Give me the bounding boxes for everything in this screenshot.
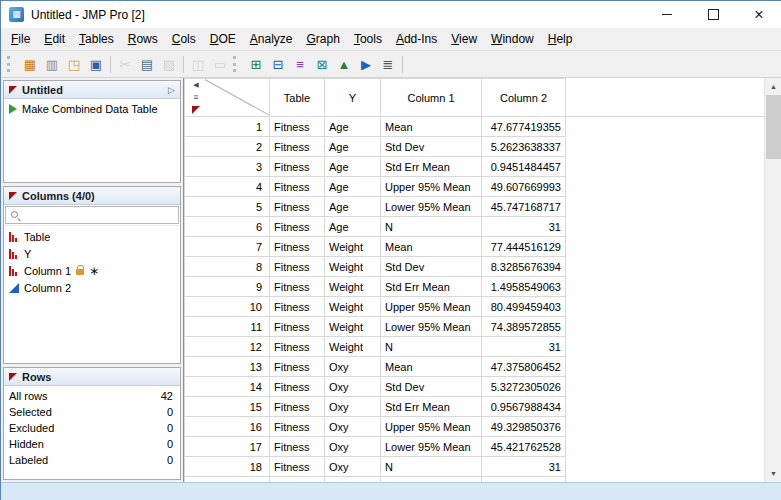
toolbar-grip-handle[interactable] <box>7 56 13 72</box>
open-button[interactable]: ◳ <box>63 54 85 74</box>
cell-column1[interactable]: Std Dev <box>381 137 482 157</box>
cell-column2[interactable]: 45.747168717 <box>482 197 566 217</box>
stack-button[interactable]: ≡ <box>289 54 311 74</box>
cell-column1[interactable]: Std Err Mean <box>381 277 482 297</box>
menu-doe[interactable]: DOE <box>203 29 243 49</box>
column-header-table[interactable]: Table <box>270 79 325 117</box>
cell-y[interactable]: Age <box>325 137 381 157</box>
row-number-cell[interactable]: 9 <box>185 277 270 297</box>
cell-y[interactable]: Weight <box>325 317 381 337</box>
cell-y[interactable]: Weight <box>325 237 381 257</box>
menu-add-ins[interactable]: Add-Ins <box>389 29 444 49</box>
cell-y[interactable]: Oxy <box>325 457 381 477</box>
cell-table[interactable]: Fitness <box>270 437 325 457</box>
cell-column2[interactable]: 45.421762528 <box>482 437 566 457</box>
cell-table[interactable]: Fitness <box>270 457 325 477</box>
cell-table[interactable]: Fitness <box>270 237 325 257</box>
copy-button[interactable]: ▤ <box>136 54 158 74</box>
scroll-down-button[interactable]: ▼ <box>765 465 781 482</box>
menu-help[interactable]: Help <box>541 29 580 49</box>
row-number-cell[interactable]: 14 <box>185 377 270 397</box>
cell-column2[interactable]: 74.389572855 <box>482 317 566 337</box>
cell-column2[interactable]: 31 <box>482 217 566 237</box>
column-item-column-2[interactable]: Column 2 <box>4 279 180 296</box>
row-number-cell[interactable]: 15 <box>185 397 270 417</box>
row-number-cell[interactable]: 16 <box>185 417 270 437</box>
column-item-table[interactable]: Table <box>4 228 180 245</box>
row-number-cell[interactable]: 13 <box>185 357 270 377</box>
cell-column2[interactable]: 8.3285676394 <box>482 257 566 277</box>
cell-y[interactable]: Weight <box>325 297 381 317</box>
cell-column1[interactable]: Mean <box>381 357 482 377</box>
redo-button[interactable]: ▭ <box>209 54 231 74</box>
cell-table[interactable]: Fitness <box>270 337 325 357</box>
cell-column2[interactable]: 0.9451484457 <box>482 157 566 177</box>
cell-table[interactable]: Fitness <box>270 257 325 277</box>
cell-column1[interactable]: Upper 95% Mean <box>381 297 482 317</box>
menu-analyze[interactable]: Analyze <box>243 29 300 49</box>
cell-y[interactable]: Age <box>325 217 381 237</box>
red-triangle-icon[interactable] <box>9 192 17 200</box>
new-journal-button[interactable]: ▥ <box>41 54 63 74</box>
new-data-table-button[interactable]: ▦ <box>19 54 41 74</box>
collapse-panel-arrow-icon[interactable]: ◀ <box>193 81 198 88</box>
join-button[interactable]: ⊠ <box>311 54 333 74</box>
cell-column1[interactable]: Upper 95% Mean <box>381 417 482 437</box>
columns-search-input[interactable] <box>5 206 179 224</box>
menu-cols[interactable]: Cols <box>165 29 203 49</box>
cell-column2[interactable]: 49.607669993 <box>482 177 566 197</box>
row-number-cell[interactable]: 17 <box>185 437 270 457</box>
menu-tools[interactable]: Tools <box>347 29 389 49</box>
row-number-cell[interactable]: 2 <box>185 137 270 157</box>
cell-column2[interactable]: 31 <box>482 457 566 477</box>
cell-y[interactable]: Oxy <box>325 377 381 397</box>
cell-y[interactable]: Oxy <box>325 397 381 417</box>
undo-button[interactable]: ◫ <box>187 54 209 74</box>
cell-y[interactable]: Weight <box>325 277 381 297</box>
cell-column1[interactable]: Mean <box>381 237 482 257</box>
toolbar-grip-handle[interactable] <box>233 56 239 72</box>
column-header-y[interactable]: Y <box>325 79 381 117</box>
scrollbar-track[interactable] <box>765 95 781 465</box>
cell-table[interactable]: Fitness <box>270 117 325 137</box>
cell-table[interactable]: Fitness <box>270 177 325 197</box>
maximize-button[interactable] <box>690 1 736 28</box>
cell-column1[interactable]: N <box>381 217 482 237</box>
chevron-right-icon[interactable]: ▷ <box>168 85 175 95</box>
scroll-up-button[interactable]: ▲ <box>765 78 781 95</box>
cell-y[interactable]: Weight <box>325 257 381 277</box>
row-number-cell[interactable]: 3 <box>185 157 270 177</box>
cell-column1[interactable]: Lower 95% Mean <box>381 197 482 217</box>
cell-column1[interactable]: Std Dev <box>381 257 482 277</box>
cell-column1[interactable]: Upper 95% Mean <box>381 177 482 197</box>
cell-y[interactable]: Age <box>325 197 381 217</box>
cell-column2[interactable]: 49.329850376 <box>482 417 566 437</box>
cell-table[interactable]: Fitness <box>270 377 325 397</box>
cell-column2[interactable]: 77.444516129 <box>482 237 566 257</box>
cell-table[interactable]: Fitness <box>270 157 325 177</box>
cut-button[interactable]: ✂ <box>114 54 136 74</box>
menu-graph[interactable]: Graph <box>300 29 347 49</box>
menu-file[interactable]: File <box>4 29 37 49</box>
row-number-cell[interactable]: 8 <box>185 257 270 277</box>
paste-button[interactable]: ▧ <box>158 54 180 74</box>
rows-panel-header[interactable]: Rows <box>4 368 180 386</box>
cell-column1[interactable]: N <box>381 457 482 477</box>
column-item-column-1[interactable]: Column 1∗ <box>4 262 180 279</box>
menu-edit[interactable]: Edit <box>37 29 72 49</box>
menu-tables[interactable]: Tables <box>72 29 121 49</box>
cell-table[interactable]: Fitness <box>270 277 325 297</box>
cell-column1[interactable]: Lower 95% Mean <box>381 437 482 457</box>
cell-y[interactable]: Age <box>325 117 381 137</box>
row-number-cell[interactable]: 4 <box>185 177 270 197</box>
vertical-scrollbar[interactable]: ▲ ▼ <box>764 78 781 482</box>
cell-table[interactable]: Fitness <box>270 317 325 337</box>
cell-column2[interactable]: 31 <box>482 337 566 357</box>
column-header-column1[interactable]: Column 1 <box>381 79 482 117</box>
menu-view[interactable]: View <box>444 29 484 49</box>
row-number-cell[interactable]: 12 <box>185 337 270 357</box>
save-button[interactable]: ▣ <box>85 54 107 74</box>
graph-builder-button[interactable]: ▲ <box>333 54 355 74</box>
menu-window[interactable]: Window <box>484 29 541 49</box>
cell-table[interactable]: Fitness <box>270 397 325 417</box>
